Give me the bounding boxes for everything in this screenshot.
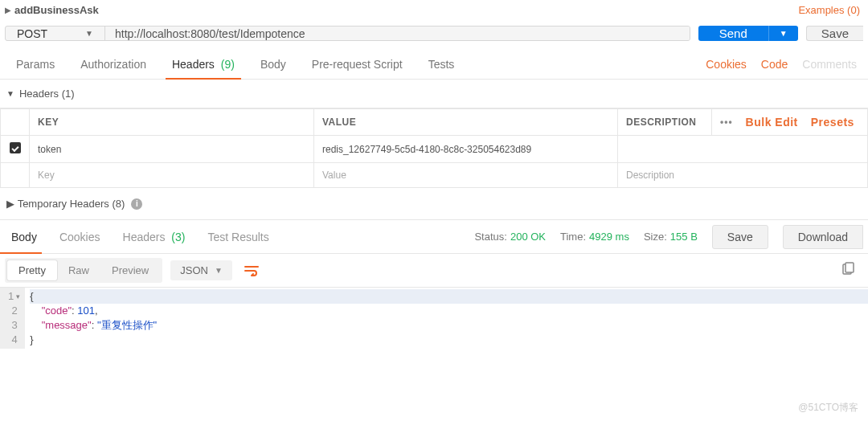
code-link[interactable]: Code	[761, 58, 788, 71]
more-icon[interactable]: •••	[720, 116, 733, 128]
fold-icon: ▾	[16, 289, 20, 304]
header-desc-input[interactable]: Description	[618, 163, 868, 188]
header-desc-cell[interactable]	[618, 136, 868, 163]
collapse-arrow-icon[interactable]: ▶	[5, 6, 11, 14]
header-key-input[interactable]: Key	[30, 163, 314, 188]
table-row[interactable]: token redis_12627749-5c5d-4180-8c8c-3250…	[1, 136, 868, 163]
presets-link[interactable]: Presets	[811, 116, 854, 129]
tab-params[interactable]: Params	[3, 49, 68, 79]
headers-section-toggle[interactable]: ▼ Headers (1)	[0, 80, 868, 108]
tab-body[interactable]: Body	[248, 49, 299, 79]
send-dropdown-button[interactable]: ▼	[769, 26, 798, 41]
url-input[interactable]	[105, 27, 690, 40]
chevron-down-icon: ▼	[85, 29, 93, 38]
cookies-link[interactable]: Cookies	[706, 58, 747, 71]
examples-dropdown[interactable]: Examples (0)	[798, 4, 860, 16]
col-description: DESCRIPTION	[618, 109, 712, 136]
line-gutter: 1▾ 2 3 4	[0, 288, 25, 349]
info-icon[interactable]: i	[131, 198, 142, 210]
download-response-button[interactable]: Download	[783, 225, 863, 249]
bulk-edit-link[interactable]: Bulk Edit	[746, 116, 798, 129]
header-value-cell[interactable]: redis_12627749-5c5d-4180-8c8c-325054623d…	[314, 136, 618, 163]
request-name: addBusinessAsk	[14, 4, 99, 16]
view-pretty-button[interactable]: Pretty	[7, 260, 57, 280]
size-meta: Size:155 B	[644, 231, 698, 243]
svg-rect-1	[845, 263, 854, 272]
code-lines: { "code": 101, "message": "重复性操作" }	[25, 288, 868, 349]
col-value: VALUE	[314, 109, 618, 136]
checkbox-checked-icon[interactable]	[10, 142, 21, 153]
response-tab-headers[interactable]: Headers (3)	[112, 220, 197, 253]
format-select[interactable]: JSON▼	[170, 260, 232, 280]
http-method-label: POST	[17, 27, 47, 40]
response-tab-body[interactable]: Body	[0, 220, 48, 253]
header-value-input[interactable]: Value	[314, 163, 618, 188]
tab-prerequest[interactable]: Pre-request Script	[299, 49, 416, 79]
header-key-cell[interactable]: token	[30, 136, 314, 163]
response-tab-cookies[interactable]: Cookies	[48, 220, 112, 253]
watermark: @51CTO博客	[798, 401, 858, 415]
chevron-down-icon: ▼	[215, 266, 223, 275]
tab-headers[interactable]: Headers (9)	[159, 49, 248, 79]
view-raw-button[interactable]: Raw	[57, 260, 100, 280]
temporary-headers-toggle[interactable]: ▶ Temporary Headers (8) i	[0, 188, 868, 220]
http-method-select[interactable]: POST ▼	[6, 27, 105, 40]
wrap-lines-icon[interactable]	[240, 260, 263, 282]
save-request-button[interactable]: Save	[806, 26, 863, 41]
col-check	[1, 109, 30, 136]
comments-link[interactable]: Comments	[802, 58, 857, 71]
chevron-down-icon: ▼	[6, 89, 14, 98]
copy-icon[interactable]	[841, 262, 863, 279]
chevron-right-icon: ▶	[6, 198, 14, 210]
col-actions: ••• Bulk Edit Presets	[712, 109, 868, 136]
save-response-button[interactable]: Save	[712, 225, 768, 249]
table-row-new[interactable]: Key Value Description	[1, 163, 868, 188]
tab-authorization[interactable]: Authorization	[68, 49, 159, 79]
response-body-editor[interactable]: 1▾ 2 3 4 { "code": 101, "message": "重复性操…	[0, 288, 868, 349]
tab-tests[interactable]: Tests	[416, 49, 468, 79]
status-meta: Status:200 OK	[474, 231, 546, 243]
time-meta: Time:4929 ms	[560, 231, 629, 243]
view-preview-button[interactable]: Preview	[100, 260, 160, 280]
view-mode-group: Pretty Raw Preview	[5, 258, 162, 283]
send-button[interactable]: Send	[698, 26, 769, 41]
method-url-group: POST ▼	[5, 26, 690, 41]
headers-table: KEY VALUE DESCRIPTION ••• Bulk Edit Pres…	[0, 108, 868, 188]
col-key: KEY	[30, 109, 314, 136]
response-tab-tests[interactable]: Test Results	[196, 220, 280, 253]
